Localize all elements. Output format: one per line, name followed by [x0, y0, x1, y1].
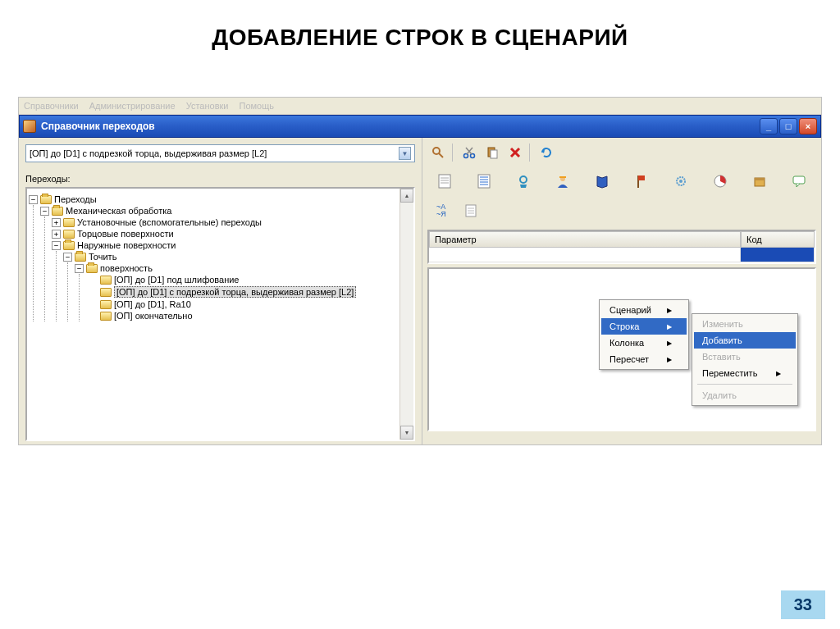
submenu-delete: Удалить	[694, 387, 796, 403]
toolbar-sort: ~А ~Я	[427, 197, 816, 225]
tab-worker-icon[interactable]	[549, 167, 577, 195]
svg-point-20	[520, 176, 527, 183]
maximize-button[interactable]: □	[779, 118, 797, 134]
refresh-icon[interactable]	[536, 143, 557, 162]
dropdown-value: [ОП] до [D1] с подрезкой торца, выдержив…	[30, 148, 267, 158]
tree-leaf-selected[interactable]: [ОП] до [D1] с подрезкой торца, выдержив…	[114, 286, 356, 298]
menu-column[interactable]: Колонка▶	[601, 335, 687, 351]
expander-icon[interactable]: −	[40, 207, 49, 216]
folder-icon	[63, 241, 75, 250]
menu-item[interactable]: Установки	[186, 101, 229, 111]
svg-line-4	[467, 148, 472, 154]
expander-icon[interactable]: −	[29, 195, 38, 204]
toolbar-top	[427, 143, 816, 162]
menu-item[interactable]: Помощь	[240, 101, 275, 111]
tab-book-icon[interactable]	[588, 167, 616, 195]
selected-cell[interactable]	[741, 248, 815, 262]
submenu-edit: Изменить	[694, 316, 796, 332]
folder-icon	[100, 288, 112, 297]
folder-icon	[40, 195, 52, 204]
slide-title: ДОБАВЛЕНИЕ СТРОК В СЦЕНАРИЙ	[0, 0, 840, 67]
svg-rect-15	[478, 175, 490, 188]
column-header-code[interactable]: Код	[741, 231, 815, 248]
tree-leaf[interactable]: [ОП] окончательно	[114, 311, 193, 321]
svg-rect-7	[491, 150, 497, 158]
tree-node[interactable]: Точить	[89, 252, 116, 262]
folder-icon	[100, 276, 112, 285]
svg-rect-24	[638, 175, 645, 180]
scroll-track[interactable]	[400, 203, 413, 426]
tree-node[interactable]: Наружные поверхности	[77, 240, 176, 250]
folder-icon	[100, 312, 112, 321]
tab-pie-icon[interactable]	[706, 167, 734, 195]
minimize-button[interactable]: _	[760, 118, 778, 134]
submenu-add[interactable]: Добавить	[694, 332, 796, 349]
window-title: Справочник переходов	[41, 121, 760, 132]
tab-list-icon[interactable]	[470, 167, 498, 195]
titlebar: Справочник переходов _ □ ×	[19, 115, 821, 138]
tree-node[interactable]: Установочные (вспомогательные) переходы	[77, 217, 262, 227]
table-row[interactable]	[429, 248, 815, 262]
tree-node[interactable]: Переходы	[54, 194, 97, 204]
menu-row[interactable]: Строка▶	[601, 318, 687, 335]
menu-recalc[interactable]: Пересчет▶	[601, 351, 687, 367]
sort-az-icon[interactable]: ~А ~Я	[427, 197, 455, 225]
menu-item[interactable]: Справочники	[24, 101, 79, 111]
tree-node[interactable]: Механическая обработка	[66, 206, 171, 216]
expander-icon[interactable]: +	[52, 218, 61, 227]
folder-icon	[52, 207, 63, 216]
tab-doc2-icon[interactable]	[457, 197, 485, 225]
folder-icon	[63, 218, 75, 227]
svg-rect-29	[755, 178, 765, 180]
app-icon	[23, 120, 36, 133]
tree-container: −Переходы −Механическая обработка +Устан…	[25, 187, 415, 441]
expander-icon[interactable]: −	[63, 253, 72, 262]
paste-icon[interactable]	[482, 143, 503, 162]
tab-gear-icon[interactable]	[509, 167, 537, 195]
svg-rect-11	[439, 175, 450, 188]
submenu-insert: Вставить	[694, 349, 796, 365]
tab-cog-icon[interactable]	[667, 167, 695, 195]
scrollbar[interactable]: ▲ ▼	[399, 189, 413, 440]
svg-line-1	[439, 153, 443, 157]
tab-package-icon[interactable]	[746, 167, 774, 195]
menu-scenario[interactable]: Сценарий▶	[601, 302, 687, 318]
svg-rect-22	[559, 176, 566, 178]
expander-icon[interactable]: −	[75, 264, 84, 273]
tree[interactable]: −Переходы −Механическая обработка +Устан…	[27, 189, 399, 440]
tree-leaf[interactable]: [ОП] до [D1] под шлифование	[114, 275, 240, 285]
chevron-right-icon: ▶	[776, 370, 781, 377]
delete-icon[interactable]	[504, 143, 526, 162]
tree-leaf[interactable]: [ОП] до [D1], Ra10	[114, 299, 191, 309]
svg-rect-30	[793, 176, 805, 184]
scroll-up-icon[interactable]: ▲	[400, 189, 413, 203]
menu-item[interactable]: Администрирование	[89, 101, 176, 111]
tab-comment-icon[interactable]	[785, 167, 813, 195]
column-header-param[interactable]: Параметр	[429, 231, 741, 248]
expander-icon[interactable]: −	[52, 241, 61, 250]
chevron-right-icon: ▶	[667, 356, 672, 363]
tree-node[interactable]: поверхность	[100, 263, 153, 273]
chevron-right-icon: ▶	[667, 323, 672, 330]
folder-icon	[63, 230, 75, 239]
menu-separator	[697, 384, 792, 385]
folder-icon	[86, 264, 98, 273]
chevron-down-icon[interactable]: ▼	[399, 147, 411, 160]
scroll-down-icon[interactable]: ▼	[400, 426, 413, 440]
expander-icon[interactable]: +	[52, 230, 61, 239]
folder-icon	[100, 300, 112, 309]
submenu-move[interactable]: Переместить▶	[694, 365, 796, 381]
context-menu-primary: Сценарий▶ Строка▶ Колонка▶ Пересчет▶	[599, 299, 689, 370]
tab-flag-icon[interactable]	[628, 167, 655, 195]
chevron-right-icon: ▶	[667, 307, 672, 314]
parameter-table: Параметр Код	[427, 230, 816, 264]
svg-line-5	[466, 148, 472, 154]
transition-dropdown[interactable]: [ОП] до [D1] с подрезкой торца, выдержив…	[25, 144, 415, 162]
svg-point-26	[679, 180, 682, 183]
tree-node[interactable]: Торцовые поверхности	[77, 229, 174, 239]
folder-icon	[75, 253, 86, 262]
cut-icon[interactable]	[459, 143, 480, 162]
close-button[interactable]: ×	[799, 118, 817, 134]
search-icon[interactable]	[427, 143, 449, 162]
tab-doc-icon[interactable]	[431, 167, 459, 195]
